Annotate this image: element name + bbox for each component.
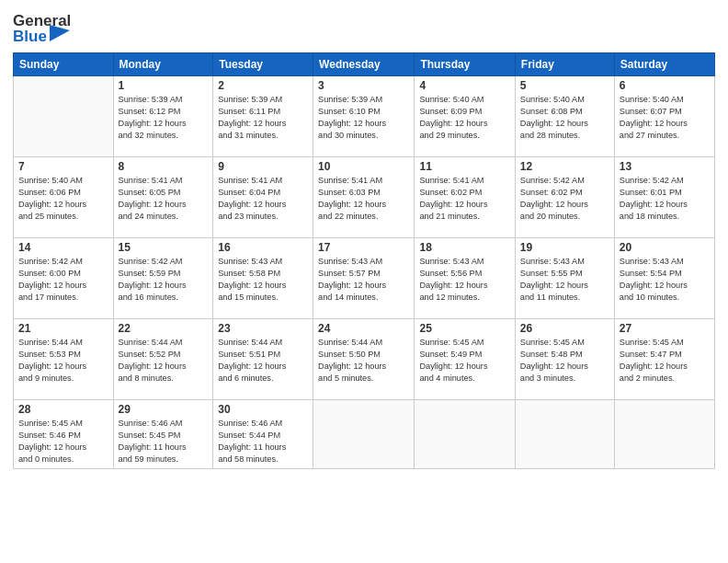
day-info: Sunrise: 5:41 AM Sunset: 6:04 PM Dayligh…: [218, 175, 308, 223]
weekday-header-friday: Friday: [515, 53, 614, 76]
day-info: Sunrise: 5:45 AM Sunset: 5:48 PM Dayligh…: [520, 337, 609, 385]
day-number: 9: [218, 160, 308, 173]
day-number: 1: [119, 79, 209, 92]
calendar-cell: 4Sunrise: 5:40 AM Sunset: 6:09 PM Daylig…: [415, 76, 515, 157]
day-number: 14: [18, 241, 108, 254]
day-number: 12: [520, 160, 609, 173]
weekday-header-saturday: Saturday: [614, 53, 714, 76]
calendar-cell: [415, 400, 515, 469]
day-number: 15: [119, 241, 209, 254]
calendar-cell: 7Sunrise: 5:40 AM Sunset: 6:06 PM Daylig…: [14, 157, 114, 238]
day-number: 30: [218, 403, 308, 416]
day-info: Sunrise: 5:46 AM Sunset: 5:45 PM Dayligh…: [119, 418, 209, 465]
calendar-week-5: 28Sunrise: 5:45 AM Sunset: 5:46 PM Dayli…: [14, 400, 715, 469]
calendar-body: 1Sunrise: 5:39 AM Sunset: 6:12 PM Daylig…: [14, 76, 715, 469]
day-info: Sunrise: 5:45 AM Sunset: 5:47 PM Dayligh…: [620, 337, 710, 385]
calendar-cell: 10Sunrise: 5:41 AM Sunset: 6:03 PM Dayli…: [313, 157, 415, 238]
calendar-cell: 28Sunrise: 5:45 AM Sunset: 5:46 PM Dayli…: [14, 400, 114, 469]
weekday-header-tuesday: Tuesday: [213, 53, 313, 76]
weekday-header-thursday: Thursday: [415, 53, 515, 76]
day-number: 29: [119, 403, 209, 416]
day-number: 17: [318, 241, 409, 254]
day-info: Sunrise: 5:44 AM Sunset: 5:51 PM Dayligh…: [218, 337, 308, 385]
day-number: 3: [318, 79, 409, 92]
day-number: 28: [18, 403, 108, 416]
calendar-cell: 3Sunrise: 5:39 AM Sunset: 6:10 PM Daylig…: [313, 76, 415, 157]
day-number: 5: [520, 79, 609, 92]
day-number: 23: [218, 322, 308, 335]
calendar-cell: 11Sunrise: 5:41 AM Sunset: 6:02 PM Dayli…: [415, 157, 515, 238]
svg-marker-0: [50, 25, 70, 41]
weekday-header-row: SundayMondayTuesdayWednesdayThursdayFrid…: [14, 53, 715, 76]
weekday-header-monday: Monday: [113, 53, 213, 76]
day-info: Sunrise: 5:40 AM Sunset: 6:07 PM Dayligh…: [620, 94, 710, 142]
logo-blue: Blue: [13, 29, 47, 44]
day-number: 16: [218, 241, 308, 254]
day-info: Sunrise: 5:39 AM Sunset: 6:11 PM Dayligh…: [218, 94, 308, 142]
day-info: Sunrise: 5:44 AM Sunset: 5:53 PM Dayligh…: [18, 337, 108, 385]
day-info: Sunrise: 5:39 AM Sunset: 6:12 PM Dayligh…: [119, 94, 209, 142]
day-number: 8: [119, 160, 209, 173]
day-info: Sunrise: 5:42 AM Sunset: 5:59 PM Dayligh…: [119, 256, 209, 304]
day-number: 27: [620, 322, 710, 335]
calendar-cell: 20Sunrise: 5:43 AM Sunset: 5:54 PM Dayli…: [614, 238, 714, 319]
day-info: Sunrise: 5:42 AM Sunset: 6:02 PM Dayligh…: [520, 175, 609, 223]
day-info: Sunrise: 5:41 AM Sunset: 6:03 PM Dayligh…: [318, 175, 409, 223]
calendar-cell: 19Sunrise: 5:43 AM Sunset: 5:55 PM Dayli…: [515, 238, 614, 319]
calendar-page: General Blue SundayMondayTuesd: [0, 0, 728, 563]
calendar-cell: 5Sunrise: 5:40 AM Sunset: 6:08 PM Daylig…: [515, 76, 614, 157]
calendar-cell: 29Sunrise: 5:46 AM Sunset: 5:45 PM Dayli…: [113, 400, 213, 469]
calendar-cell: [515, 400, 614, 469]
day-number: 4: [419, 79, 509, 92]
calendar-cell: [14, 76, 114, 157]
calendar-cell: [614, 400, 714, 469]
calendar-cell: 2Sunrise: 5:39 AM Sunset: 6:11 PM Daylig…: [213, 76, 313, 157]
calendar-week-4: 21Sunrise: 5:44 AM Sunset: 5:53 PM Dayli…: [14, 319, 715, 400]
weekday-header-sunday: Sunday: [14, 53, 114, 76]
day-info: Sunrise: 5:40 AM Sunset: 6:08 PM Dayligh…: [520, 94, 609, 142]
day-info: Sunrise: 5:45 AM Sunset: 5:49 PM Dayligh…: [419, 337, 509, 385]
calendar-cell: 24Sunrise: 5:44 AM Sunset: 5:50 PM Dayli…: [313, 319, 415, 400]
calendar-cell: 15Sunrise: 5:42 AM Sunset: 5:59 PM Dayli…: [113, 238, 213, 319]
calendar-cell: 25Sunrise: 5:45 AM Sunset: 5:49 PM Dayli…: [415, 319, 515, 400]
calendar-cell: 26Sunrise: 5:45 AM Sunset: 5:48 PM Dayli…: [515, 319, 614, 400]
day-info: Sunrise: 5:43 AM Sunset: 5:57 PM Dayligh…: [318, 256, 409, 304]
day-number: 26: [520, 322, 609, 335]
day-info: Sunrise: 5:40 AM Sunset: 6:09 PM Dayligh…: [419, 94, 509, 142]
calendar-cell: 21Sunrise: 5:44 AM Sunset: 5:53 PM Dayli…: [14, 319, 114, 400]
calendar-cell: 14Sunrise: 5:42 AM Sunset: 6:00 PM Dayli…: [14, 238, 114, 319]
calendar-cell: 27Sunrise: 5:45 AM Sunset: 5:47 PM Dayli…: [614, 319, 714, 400]
calendar-cell: 16Sunrise: 5:43 AM Sunset: 5:58 PM Dayli…: [213, 238, 313, 319]
day-info: Sunrise: 5:44 AM Sunset: 5:50 PM Dayligh…: [318, 337, 409, 385]
day-number: 2: [218, 79, 308, 92]
day-number: 7: [18, 160, 108, 173]
weekday-header-wednesday: Wednesday: [313, 53, 415, 76]
calendar-cell: 13Sunrise: 5:42 AM Sunset: 6:01 PM Dayli…: [614, 157, 714, 238]
day-number: 22: [119, 322, 209, 335]
calendar-cell: [313, 400, 415, 469]
calendar-cell: 6Sunrise: 5:40 AM Sunset: 6:07 PM Daylig…: [614, 76, 714, 157]
calendar-cell: 18Sunrise: 5:43 AM Sunset: 5:56 PM Dayli…: [415, 238, 515, 319]
day-info: Sunrise: 5:39 AM Sunset: 6:10 PM Dayligh…: [318, 94, 409, 142]
logo: General Blue: [13, 13, 71, 45]
day-number: 6: [620, 79, 710, 92]
calendar-cell: 30Sunrise: 5:46 AM Sunset: 5:44 PM Dayli…: [213, 400, 313, 469]
day-number: 20: [620, 241, 710, 254]
calendar-week-2: 7Sunrise: 5:40 AM Sunset: 6:06 PM Daylig…: [14, 157, 715, 238]
day-info: Sunrise: 5:41 AM Sunset: 6:02 PM Dayligh…: [419, 175, 509, 223]
day-info: Sunrise: 5:43 AM Sunset: 5:55 PM Dayligh…: [520, 256, 609, 304]
day-info: Sunrise: 5:43 AM Sunset: 5:58 PM Dayligh…: [218, 256, 308, 304]
day-info: Sunrise: 5:42 AM Sunset: 6:01 PM Dayligh…: [620, 175, 710, 223]
calendar-cell: 8Sunrise: 5:41 AM Sunset: 6:05 PM Daylig…: [113, 157, 213, 238]
day-info: Sunrise: 5:46 AM Sunset: 5:44 PM Dayligh…: [218, 418, 308, 465]
day-info: Sunrise: 5:43 AM Sunset: 5:54 PM Dayligh…: [620, 256, 710, 304]
calendar-table: SundayMondayTuesdayWednesdayThursdayFrid…: [13, 52, 715, 469]
calendar-cell: 17Sunrise: 5:43 AM Sunset: 5:57 PM Dayli…: [313, 238, 415, 319]
day-info: Sunrise: 5:41 AM Sunset: 6:05 PM Dayligh…: [119, 175, 209, 223]
calendar-cell: 12Sunrise: 5:42 AM Sunset: 6:02 PM Dayli…: [515, 157, 614, 238]
calendar-cell: 1Sunrise: 5:39 AM Sunset: 6:12 PM Daylig…: [113, 76, 213, 157]
calendar-cell: 22Sunrise: 5:44 AM Sunset: 5:52 PM Dayli…: [113, 319, 213, 400]
day-info: Sunrise: 5:45 AM Sunset: 5:46 PM Dayligh…: [18, 418, 108, 465]
calendar-week-3: 14Sunrise: 5:42 AM Sunset: 6:00 PM Dayli…: [14, 238, 715, 319]
day-info: Sunrise: 5:43 AM Sunset: 5:56 PM Dayligh…: [419, 256, 509, 304]
